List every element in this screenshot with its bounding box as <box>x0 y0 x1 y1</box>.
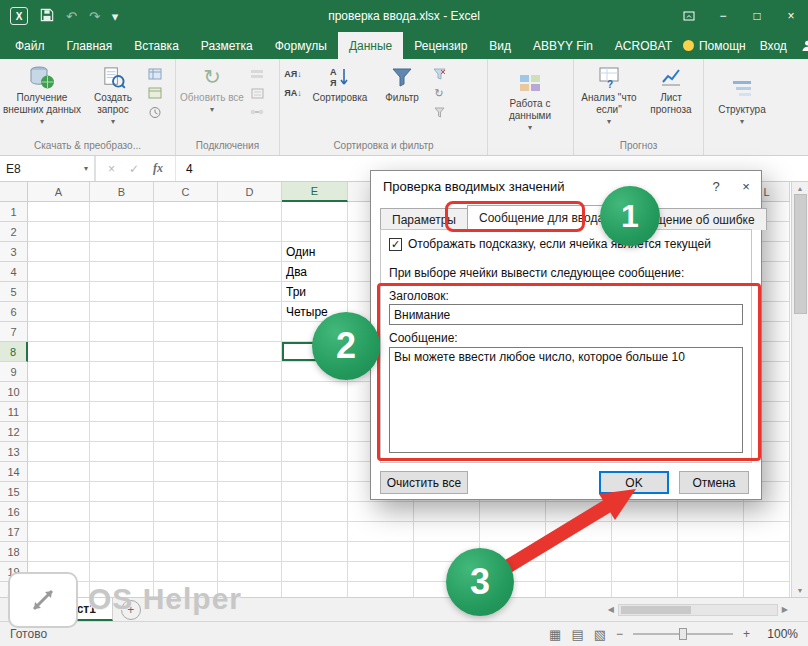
cell-C5[interactable] <box>154 282 218 302</box>
sort-az-button[interactable]: АЯ↓ <box>284 66 302 82</box>
cell-B3[interactable] <box>90 242 154 262</box>
cell-J18[interactable] <box>612 542 678 562</box>
cell-A3[interactable] <box>28 242 90 262</box>
page-layout-view-button[interactable]: ▤ <box>571 627 583 642</box>
dialog-close-button[interactable]: × <box>731 173 761 199</box>
cell-B4[interactable] <box>90 262 154 282</box>
cell-F17[interactable] <box>348 522 414 542</box>
edit-links-button[interactable] <box>248 104 266 120</box>
cell-K17[interactable] <box>678 522 744 542</box>
scroll-up-icon[interactable]: ▲ <box>797 185 804 192</box>
cell-J20[interactable] <box>612 582 678 597</box>
zoom-out-button[interactable]: − <box>616 627 623 641</box>
ribbon-tab-ABBYY Fin[interactable]: ABBYY Fin <box>522 32 604 59</box>
cell-D12[interactable] <box>218 422 282 442</box>
connections-button[interactable] <box>248 66 266 82</box>
cell-B1[interactable] <box>90 202 154 222</box>
cell-J19[interactable] <box>612 562 678 582</box>
ribbon-tab-Данные[interactable]: Данные <box>338 32 403 59</box>
show-input-message-checkbox[interactable]: ✓ Отображать подсказку, если ячейка явля… <box>389 237 711 251</box>
row-header-11[interactable]: 11 <box>0 402 28 422</box>
ok-button[interactable]: OK <box>599 471 669 494</box>
cell-E12[interactable] <box>282 422 348 442</box>
cell-E20[interactable] <box>282 582 348 597</box>
what-if-button[interactable]: ? Анализ "что если"▾ <box>576 62 642 128</box>
cell-D8[interactable] <box>218 342 282 362</box>
cell-B18[interactable] <box>90 542 154 562</box>
clear-filter-button[interactable] <box>430 66 448 82</box>
cell-A16[interactable] <box>28 502 90 522</box>
cell-B7[interactable] <box>90 322 154 342</box>
row-header-9[interactable]: 9 <box>0 362 28 382</box>
maximize-button[interactable]: □ <box>740 0 774 32</box>
sort-za-button[interactable]: ЯА↓ <box>284 85 302 101</box>
cell-C11[interactable] <box>154 402 218 422</box>
cell-J17[interactable] <box>612 522 678 542</box>
select-all-corner[interactable] <box>0 182 28 202</box>
cell-I18[interactable] <box>546 542 612 562</box>
column-header-E[interactable]: E <box>282 182 348 202</box>
cell-B14[interactable] <box>90 462 154 482</box>
cell-B2[interactable] <box>90 222 154 242</box>
cell-B12[interactable] <box>90 422 154 442</box>
cell-B17[interactable] <box>90 522 154 542</box>
formula-content[interactable]: 4 <box>176 156 193 181</box>
cell-G16[interactable] <box>414 502 480 522</box>
cell-B5[interactable] <box>90 282 154 302</box>
cell-E3[interactable]: Один <box>282 242 348 262</box>
cell-C2[interactable] <box>154 222 218 242</box>
cell-L20[interactable] <box>744 582 790 597</box>
cell-C3[interactable] <box>154 242 218 262</box>
row-header-7[interactable]: 7 <box>0 322 28 342</box>
cell-C14[interactable] <box>154 462 218 482</box>
cell-E1[interactable] <box>282 202 348 222</box>
cell-A2[interactable] <box>28 222 90 242</box>
zoom-in-button[interactable]: + <box>743 627 750 641</box>
row-header-10[interactable]: 10 <box>0 382 28 402</box>
hscroll-right-icon[interactable]: ▶ <box>782 605 788 614</box>
forecast-sheet-button[interactable]: Лист прогноза <box>642 62 700 116</box>
cell-A5[interactable] <box>28 282 90 302</box>
refresh-all-button[interactable]: ↻ Обновить все▾ <box>178 62 246 116</box>
cell-I16[interactable] <box>546 502 612 522</box>
title-input[interactable] <box>389 304 743 325</box>
cell-I19[interactable] <box>546 562 612 582</box>
cell-D18[interactable] <box>218 542 282 562</box>
minimize-button[interactable]: − <box>706 0 740 32</box>
qat-customize-button[interactable]: ▾ <box>112 9 119 24</box>
undo-button[interactable]: ↶ <box>66 9 77 24</box>
cell-A7[interactable] <box>28 322 90 342</box>
cell-C19[interactable] <box>154 562 218 582</box>
cell-D2[interactable] <box>218 222 282 242</box>
row-header-12[interactable]: 12 <box>0 422 28 442</box>
sort-button[interactable]: АЯ Сортировка <box>304 62 376 104</box>
scroll-down-icon[interactable]: ▼ <box>797 587 804 594</box>
cell-D4[interactable] <box>218 262 282 282</box>
cell-C12[interactable] <box>154 422 218 442</box>
cell-A6[interactable] <box>28 302 90 322</box>
row-header-2[interactable]: 2 <box>0 222 28 242</box>
cell-C8[interactable] <box>154 342 218 362</box>
cell-E4[interactable]: Два <box>282 262 348 282</box>
cell-B15[interactable] <box>90 482 154 502</box>
cell-C17[interactable] <box>154 522 218 542</box>
row-header-13[interactable]: 13 <box>0 442 28 462</box>
cell-J16[interactable] <box>612 502 678 522</box>
row-header-6[interactable]: 6 <box>0 302 28 322</box>
tell-me-button[interactable]: Помощн <box>683 39 746 53</box>
close-button[interactable]: × <box>774 0 808 32</box>
cell-D1[interactable] <box>218 202 282 222</box>
clear-all-button[interactable]: Очистить все <box>380 471 468 494</box>
cell-E14[interactable] <box>282 462 348 482</box>
column-header-D[interactable]: D <box>218 182 282 202</box>
cell-K19[interactable] <box>678 562 744 582</box>
cell-K20[interactable] <box>678 582 744 597</box>
cell-L17[interactable] <box>744 522 790 542</box>
filter-button[interactable]: Фильтр <box>376 62 428 104</box>
cell-K18[interactable] <box>678 542 744 562</box>
cell-A9[interactable] <box>28 362 90 382</box>
cell-F20[interactable] <box>348 582 414 597</box>
cell-B10[interactable] <box>90 382 154 402</box>
cell-D14[interactable] <box>218 462 282 482</box>
sign-in-button[interactable]: Вход <box>760 39 787 53</box>
